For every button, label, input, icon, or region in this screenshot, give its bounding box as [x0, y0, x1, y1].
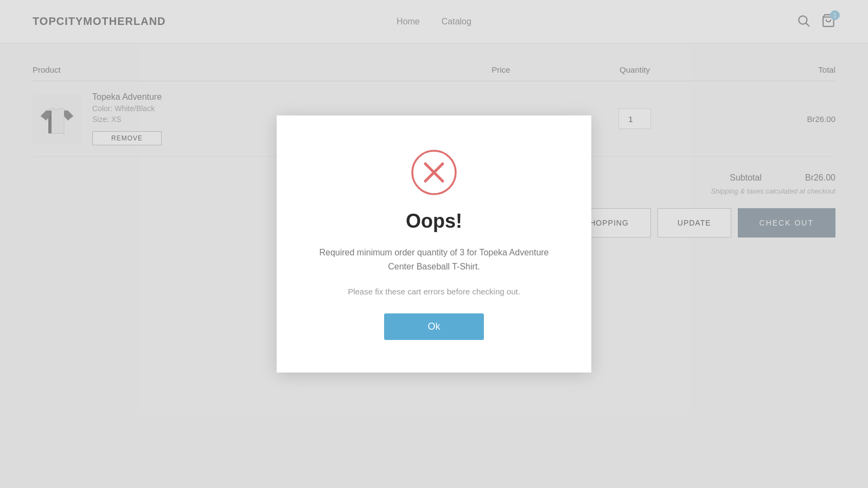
modal-message: Required minimum order quantity of 3 for… [315, 246, 553, 273]
error-modal: Oops! Required minimum order quantity of… [277, 115, 591, 372]
modal-title: Oops! [406, 210, 462, 233]
modal-container: Oops! Required minimum order quantity of… [0, 0, 868, 488]
error-icon [410, 148, 458, 197]
modal-sub-message: Please fix these cart errors before chec… [348, 287, 520, 296]
modal-ok-button[interactable]: Ok [384, 313, 483, 340]
